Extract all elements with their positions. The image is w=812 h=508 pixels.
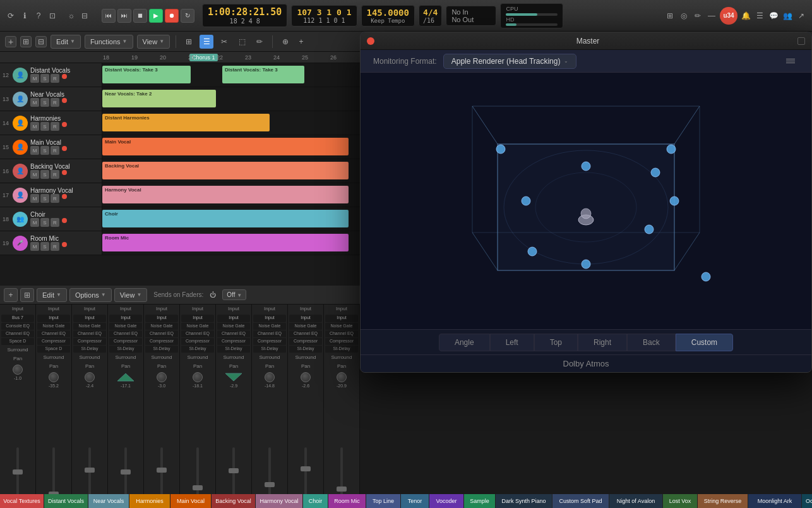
ch5-pan-knob[interactable]: [157, 372, 167, 382]
fast-forward-button[interactable]: ⏭: [117, 9, 131, 23]
pencil-icon[interactable]: ✏: [692, 10, 703, 21]
cycle-button[interactable]: ↻: [181, 9, 194, 23]
track-content-15[interactable]: Main Vocal: [102, 135, 360, 159]
ch3-fader-handle[interactable]: [85, 468, 95, 473]
solo-btn-16[interactable]: S: [40, 170, 49, 179]
ch2-insert2[interactable]: Channel EQ: [37, 330, 70, 337]
mute-btn-15[interactable]: M: [30, 146, 39, 155]
master-close-button[interactable]: [367, 37, 374, 45]
mixer-options-icon[interactable]: ⊞: [20, 288, 34, 302]
ch4-insert1[interactable]: Noise Gate: [109, 323, 142, 330]
tab-backing-vocal[interactable]: Backing Vocal: [212, 494, 256, 508]
clip-choir-1[interactable]: Choir: [102, 210, 349, 227]
mute-btn-14[interactable]: M: [30, 122, 39, 131]
mute-btn-18[interactable]: M: [30, 218, 39, 227]
tab-choir[interactable]: Choir: [303, 494, 328, 508]
rec-btn-13[interactable]: R: [51, 98, 59, 107]
mute-btn-19[interactable]: M: [30, 242, 39, 251]
ch8-pan-knob[interactable]: [265, 372, 275, 382]
play-button[interactable]: ▶: [149, 9, 163, 23]
tab-night-avalon[interactable]: Night of Avalon: [609, 494, 663, 508]
add-track-icon[interactable]: +: [5, 36, 16, 47]
list-view-icon[interactable]: ☰: [200, 35, 213, 49]
view-back-button[interactable]: Back: [627, 334, 676, 351]
tab-vocoder[interactable]: Vocoder: [429, 494, 464, 508]
solo-btn-14[interactable]: S: [40, 122, 49, 131]
ch1-pan-knob[interactable]: [13, 365, 23, 375]
track-content-19[interactable]: Room Mic: [102, 231, 360, 255]
tool1-icon[interactable]: ⊕: [278, 35, 292, 49]
view-left-button[interactable]: Left: [490, 334, 534, 351]
ch1-insert1[interactable]: Console EQ: [1, 323, 34, 330]
tab-room-mic[interactable]: Room Mic: [328, 494, 366, 508]
tab-vocal-textures[interactable]: Vocal Textures: [0, 494, 44, 508]
view-angle-button[interactable]: Angle: [439, 334, 490, 351]
clip-near-1[interactable]: Near Vocals: Take 2: [102, 90, 216, 107]
headphones-icon[interactable]: ◎: [678, 10, 690, 21]
solo-btn-19[interactable]: S: [40, 242, 49, 251]
rec-btn-16[interactable]: R: [51, 170, 59, 179]
rec-btn-12[interactable]: R: [51, 74, 59, 83]
help-icon[interactable]: ?: [33, 10, 44, 21]
ch1-insert2[interactable]: Channel EQ: [1, 330, 34, 337]
monitor-icon[interactable]: ⊡: [47, 10, 58, 21]
solo-btn-13[interactable]: S: [40, 98, 49, 107]
clip-distant-1[interactable]: Distant Vocals: Take 3: [102, 66, 191, 83]
ch4-insert4[interactable]: St-Delay: [109, 346, 142, 353]
ch4-fader-handle[interactable]: [121, 469, 131, 475]
clip-main-1[interactable]: Main Vocal: [102, 138, 349, 155]
tool2-icon[interactable]: +: [294, 35, 308, 49]
tab-sample[interactable]: Sample: [464, 494, 496, 508]
mute-btn-16[interactable]: M: [30, 170, 39, 179]
ch2-pan-knob[interactable]: [49, 372, 59, 382]
notification-icon[interactable]: 🔔: [740, 10, 751, 21]
track-content-13[interactable]: Near Vocals: Take 2: [102, 87, 360, 111]
mute-btn-17[interactable]: M: [30, 194, 39, 203]
mixer-icon[interactable]: ⊟: [79, 10, 90, 21]
ch3-insert4[interactable]: St-Delay: [73, 346, 106, 353]
clip-backing-1[interactable]: Backing Vocal: [102, 162, 349, 179]
tab-distant-vocals[interactable]: Distant Vocals: [44, 494, 88, 508]
tab-top-line[interactable]: Top Line: [366, 494, 401, 508]
grid-view-icon[interactable]: ⊞: [182, 35, 196, 49]
info-icon[interactable]: ℹ: [19, 10, 30, 21]
ch2-insert1[interactable]: Noise Gate: [37, 323, 70, 330]
mixer-add-icon[interactable]: +: [4, 288, 18, 302]
list-icon[interactable]: ☰: [754, 10, 765, 21]
mixer-options-button[interactable]: Options ▼: [69, 288, 112, 302]
ch10-fader[interactable]: [337, 487, 347, 492]
record-button[interactable]: ⏺: [165, 9, 179, 23]
track-content-18[interactable]: Choir: [102, 207, 360, 231]
rec-btn-15[interactable]: R: [51, 146, 59, 155]
sends-power-icon[interactable]: ⏻: [206, 288, 220, 302]
user-avatar[interactable]: u34: [720, 7, 737, 25]
ch6-pan-knob[interactable]: [193, 372, 203, 382]
ch3-insert3[interactable]: Compressor: [73, 338, 106, 345]
marquee-icon[interactable]: ⬚: [235, 35, 249, 49]
rec-btn-14[interactable]: R: [51, 122, 59, 131]
view-custom-button[interactable]: Custom: [676, 334, 733, 351]
tab-moonlight-ark[interactable]: Moonlight Ark: [748, 494, 802, 508]
clip-room-1[interactable]: Room Mic: [102, 234, 349, 251]
mixer-edit-button[interactable]: Edit ▼: [37, 288, 67, 302]
ch2-insert3[interactable]: Compressor: [37, 338, 70, 345]
solo-btn-15[interactable]: S: [40, 146, 49, 155]
rec-btn-17[interactable]: R: [51, 194, 59, 203]
tab-ocean-bass[interactable]: Ocean Bass Kit: [802, 494, 812, 508]
ch7-fader[interactable]: [229, 468, 239, 473]
ch1-fader-handle[interactable]: [13, 469, 23, 475]
chat-icon[interactable]: 💬: [768, 10, 779, 21]
master-expand-button[interactable]: [797, 37, 805, 45]
edit-menu-button[interactable]: Edit ▼: [51, 35, 81, 49]
tab-harmony-vocal[interactable]: Harmony Vocal: [256, 494, 303, 508]
mixer-view-button[interactable]: View ▼: [114, 288, 148, 302]
tab-custom-soft[interactable]: Custom Soft Pad: [552, 494, 609, 508]
track-content-14[interactable]: Distant Harmonies: [102, 111, 360, 135]
loop-icon[interactable]: ⟳: [5, 10, 16, 21]
solo-btn-18[interactable]: S: [40, 218, 49, 227]
ch3-pan-knob[interactable]: [85, 372, 95, 382]
track-content-17[interactable]: Harmony Vocal: [102, 183, 360, 207]
tab-dark-synth[interactable]: Dark Synth Piano: [496, 494, 552, 508]
settings-icon[interactable]: ⊞: [664, 10, 676, 21]
rec-btn-18[interactable]: R: [51, 218, 59, 227]
